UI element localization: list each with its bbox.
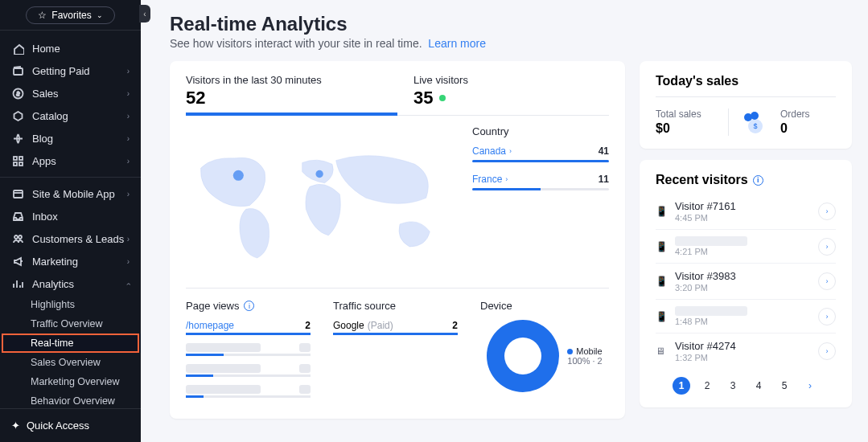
sidebar-item-analytics[interactable]: Analytics› xyxy=(0,272,141,295)
svg-text:$: $ xyxy=(753,122,757,130)
sidebar-item-home[interactable]: Home xyxy=(0,37,141,59)
svg-rect-4 xyxy=(14,162,17,166)
svg-rect-2 xyxy=(14,157,17,160)
page-subtitle: See how visitors interact with your site… xyxy=(170,37,852,50)
country-bar xyxy=(472,188,609,190)
sidebar-sub-marketing-overview[interactable]: Marketing Overview xyxy=(0,372,141,391)
visitor-row[interactable]: 📱Visitor #71614:45 PM› xyxy=(656,194,836,229)
chevron-right-icon: › xyxy=(127,190,130,198)
favorites-button[interactable]: ☆ Favorites ⌄ xyxy=(26,6,114,24)
device-legend: Mobile 100% · 2 xyxy=(567,346,602,366)
chevron-right-icon: › xyxy=(127,112,130,121)
sidebar-item-inbox[interactable]: Inbox xyxy=(0,205,141,227)
chevron-right-icon[interactable]: › xyxy=(818,272,836,290)
blog-icon xyxy=(11,132,24,145)
visitor-name: Visitor #3983 xyxy=(675,270,736,282)
country-row[interactable]: France ›11 xyxy=(472,174,609,185)
marketing-icon xyxy=(11,255,24,268)
live-visitors-value: 35 xyxy=(413,88,433,108)
device-icon: 📱 xyxy=(656,206,667,217)
recent-visitors-card: Recent visitors i 📱Visitor #71614:45 PM›… xyxy=(640,160,852,407)
customers-icon xyxy=(11,232,24,245)
svg-rect-6 xyxy=(14,190,23,198)
country-row[interactable]: Canada ›41 xyxy=(472,145,609,157)
live-visitors-label: Live visitors xyxy=(413,74,609,86)
chevron-right-icon[interactable]: › xyxy=(818,203,836,220)
device-section: Device Mobile 100% · 2 xyxy=(480,300,609,406)
info-icon[interactable]: i xyxy=(753,175,763,186)
sidebar-item-getting-paid[interactable]: Getting Paid› xyxy=(0,59,141,82)
visitor-row[interactable]: 🖥Visitor #42741:32 PM› xyxy=(656,333,836,369)
chevron-right-icon[interactable]: › xyxy=(818,238,836,256)
device-icon: 🖥 xyxy=(656,346,667,357)
main-content: Real-time Analytics See how visitors int… xyxy=(141,0,868,442)
sales-illustration-icon: $ xyxy=(737,108,764,136)
visitor-row[interactable]: 📱1:48 PM› xyxy=(656,299,836,333)
chevron-down-icon: ⌄ xyxy=(97,11,103,19)
sidebar-item-blog[interactable]: Blog› xyxy=(0,127,141,149)
analytics-card: Visitors in the last 30 minutes 52 Live … xyxy=(170,61,625,419)
sidebar-item-site-mobile-app[interactable]: Site & Mobile App› xyxy=(0,182,141,205)
visitor-time: 4:21 PM xyxy=(675,247,747,256)
todays-sales-title: Today's sales xyxy=(656,74,836,88)
sidebar-item-marketing[interactable]: Marketing› xyxy=(0,250,141,272)
visitor-time: 1:32 PM xyxy=(675,353,736,362)
page-5[interactable]: 5 xyxy=(775,377,793,395)
total-sales-value: $0 xyxy=(656,121,728,136)
traffic-bar xyxy=(333,333,458,335)
device-icon: 📱 xyxy=(656,241,667,252)
country-list-title: Country xyxy=(472,125,609,137)
sidebar-item-sales[interactable]: Sales› xyxy=(0,82,141,104)
chevron-right-icon[interactable]: › xyxy=(818,342,836,360)
pageview-row[interactable]: /homepage2 xyxy=(186,320,311,331)
sidebar-sub-sales-overview[interactable]: Sales Overview xyxy=(0,353,141,372)
country-list: Country Canada ›41France ›11 xyxy=(472,125,609,281)
info-icon[interactable]: i xyxy=(244,301,254,311)
svg-rect-3 xyxy=(19,157,23,160)
svg-rect-0 xyxy=(14,68,23,75)
live-visitors-stat: Live visitors 35 xyxy=(413,74,609,108)
total-sales-label: Total sales xyxy=(656,108,728,120)
chevron-right-icon: › xyxy=(127,257,130,266)
inbox-icon xyxy=(11,210,24,223)
page-1[interactable]: 1 xyxy=(673,377,690,395)
wallet-icon xyxy=(11,64,24,77)
page-4[interactable]: 4 xyxy=(750,377,767,395)
sidebar-item-customers-leads[interactable]: Customers & Leads› xyxy=(0,227,141,250)
device-title: Device xyxy=(480,300,512,312)
svg-point-8 xyxy=(19,235,22,239)
page-3[interactable]: 3 xyxy=(724,377,742,395)
visitor-row[interactable]: 📱Visitor #39833:20 PM› xyxy=(656,263,836,299)
visitor-row[interactable]: 📱4:21 PM› xyxy=(656,229,836,263)
sidebar-sub-real-time[interactable]: Real-time xyxy=(0,334,141,353)
chevron-right-icon[interactable]: › xyxy=(818,308,836,325)
sparkle-icon: ✦ xyxy=(11,419,20,432)
sidebar-sub-behavior-overview[interactable]: Behavior Overview xyxy=(0,391,141,408)
visitor-time: 3:20 PM xyxy=(675,283,736,293)
sidebar-collapse-handle[interactable]: ‹ xyxy=(139,5,150,23)
chevron-right-icon: › xyxy=(127,235,130,244)
sidebar-topbar: ☆ Favorites ⌄ xyxy=(0,0,141,31)
sidebar-item-apps[interactable]: Apps› xyxy=(0,149,141,172)
pager-next[interactable]: › xyxy=(801,377,819,395)
favorites-label: Favorites xyxy=(51,10,91,21)
device-icon: 📱 xyxy=(656,276,667,287)
pageview-row-placeholder xyxy=(186,385,311,394)
dollar-icon xyxy=(11,87,24,100)
orders-value: 0 xyxy=(780,121,836,136)
analytics-icon xyxy=(11,277,24,290)
visitors-30min-label: Visitors in the last 30 minutes xyxy=(186,74,381,86)
chevron-right-icon: › xyxy=(127,67,130,76)
active-tab-indicator xyxy=(186,113,397,116)
sidebar-sub-highlights[interactable]: Highlights xyxy=(0,295,141,314)
live-indicator-icon xyxy=(439,95,446,101)
learn-more-link[interactable]: Learn more xyxy=(428,37,486,50)
sidebar-item-catalog[interactable]: Catalog› xyxy=(0,104,141,127)
traffic-row[interactable]: Google(Paid)2 xyxy=(333,320,458,331)
quick-access-button[interactable]: ✦ Quick Access xyxy=(0,408,141,442)
pageview-row-placeholder xyxy=(186,343,311,352)
page-2[interactable]: 2 xyxy=(698,377,716,395)
sidebar-sub-traffic-overview[interactable]: Traffic Overview xyxy=(0,314,141,334)
sidebar: ‹ ☆ Favorites ⌄ HomeGetting Paid›Sales›C… xyxy=(0,0,141,442)
chevron-right-icon: › xyxy=(127,134,130,143)
